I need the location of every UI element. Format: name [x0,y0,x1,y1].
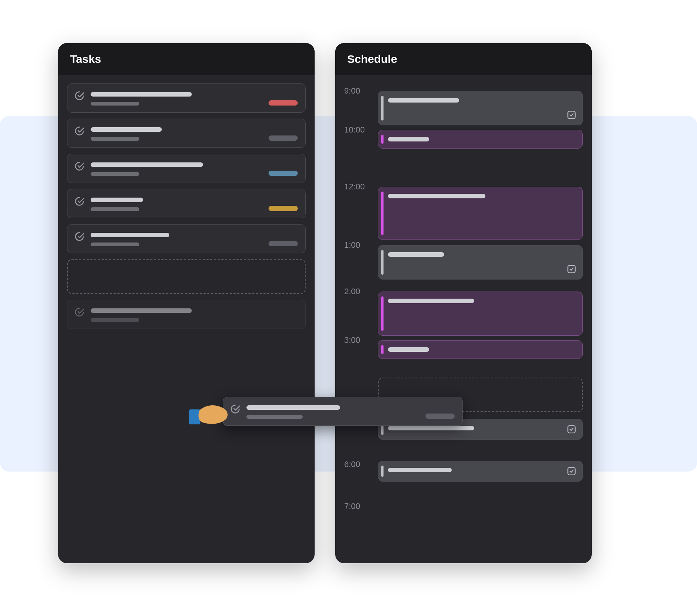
hour-label: 1:00 [344,240,370,250]
task-subtitle-skeleton [91,137,139,141]
schedule-event[interactable] [378,461,583,482]
hour-label: 2:00 [344,287,370,296]
task-tag [269,171,298,176]
task-tag [269,100,298,106]
event-title-skeleton [388,468,452,472]
task-tag [269,241,298,246]
schedule-panel-title: Schedule [335,43,592,75]
schedule-event[interactable] [378,292,583,336]
event-done-icon[interactable] [567,466,576,476]
svg-rect-2 [568,426,575,433]
svg-rect-0 [568,111,575,119]
tasks-drop-zone[interactable] [67,259,306,294]
schedule-event[interactable] [378,91,583,125]
event-done-icon[interactable] [567,264,576,274]
hour-label: 10:00 [344,125,370,135]
task-card[interactable] [67,154,306,183]
task-subtitle-skeleton [91,318,139,322]
svg-rect-1 [568,265,575,273]
task-tag [269,206,298,211]
event-accent [381,192,384,235]
hour-label: 9:00 [344,86,370,96]
schedule-event[interactable] [378,130,583,149]
hour-label: 12:00 [344,182,370,192]
event-done-icon[interactable] [567,110,576,120]
task-complete-icon[interactable] [230,404,240,414]
task-title-skeleton [91,308,192,313]
task-complete-icon[interactable] [74,91,85,101]
task-title-skeleton [91,92,192,97]
task-tag [269,135,298,141]
event-done-icon[interactable] [567,424,576,434]
hour-label: 6:00 [344,460,370,469]
event-title-skeleton [388,137,429,141]
task-content [91,233,298,246]
task-content [91,198,298,211]
hour-label: 7:00 [344,501,370,511]
schedule-event[interactable] [378,340,583,359]
schedule-event[interactable] [378,245,583,280]
event-accent [381,250,384,275]
schedule-event[interactable] [378,187,583,240]
hour-label: 3:00 [344,335,370,345]
event-accent [381,466,384,477]
task-card[interactable] [67,300,306,329]
task-content [246,405,455,419]
schedule-body: 9:0010:0012:001:002:003:005:006:007:00 [335,75,592,531]
task-card[interactable] [67,83,306,113]
task-title-skeleton [246,405,340,410]
task-subtitle-skeleton [91,243,139,246]
task-complete-icon[interactable] [74,126,85,136]
event-title-skeleton [388,98,459,103]
task-card[interactable] [67,189,306,218]
event-title-skeleton [388,347,429,352]
event-accent [381,96,384,121]
task-subtitle-skeleton [246,415,303,419]
event-title-skeleton [388,426,474,430]
task-complete-icon[interactable] [74,307,85,317]
task-title-skeleton [91,198,143,202]
task-subtitle-skeleton [91,172,139,176]
event-accent [381,296,384,331]
task-card[interactable] [67,119,306,148]
task-complete-icon[interactable] [74,161,85,171]
task-title-skeleton [91,127,162,132]
tasks-panel-title: Tasks [58,43,315,75]
task-card[interactable] [67,224,306,253]
task-content [91,308,298,322]
tasks-panel: Tasks [58,43,315,563]
task-content [91,127,298,141]
event-accent [381,345,384,354]
tasks-list [58,75,315,337]
event-title-skeleton [388,299,474,303]
schedule-panel: Schedule 9:0010:0012:001:002:003:005:006… [335,43,592,563]
dragging-task-card[interactable] [223,397,463,426]
task-content [91,162,298,176]
svg-rect-3 [568,467,575,475]
task-title-skeleton [91,233,169,237]
task-content [91,92,298,106]
event-title-skeleton [388,194,485,198]
task-tag [425,414,455,419]
task-title-skeleton [91,162,203,167]
event-accent [381,135,384,144]
task-complete-icon[interactable] [74,231,85,242]
task-complete-icon[interactable] [74,196,85,207]
task-subtitle-skeleton [91,102,139,106]
event-title-skeleton [388,252,444,257]
task-subtitle-skeleton [91,207,139,211]
drag-hand-icon [189,401,230,427]
